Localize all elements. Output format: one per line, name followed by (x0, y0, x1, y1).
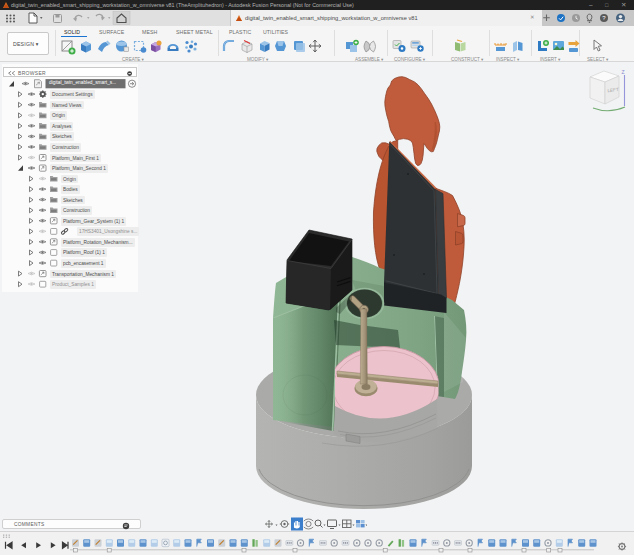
svg-text:Z: Z (622, 69, 625, 75)
